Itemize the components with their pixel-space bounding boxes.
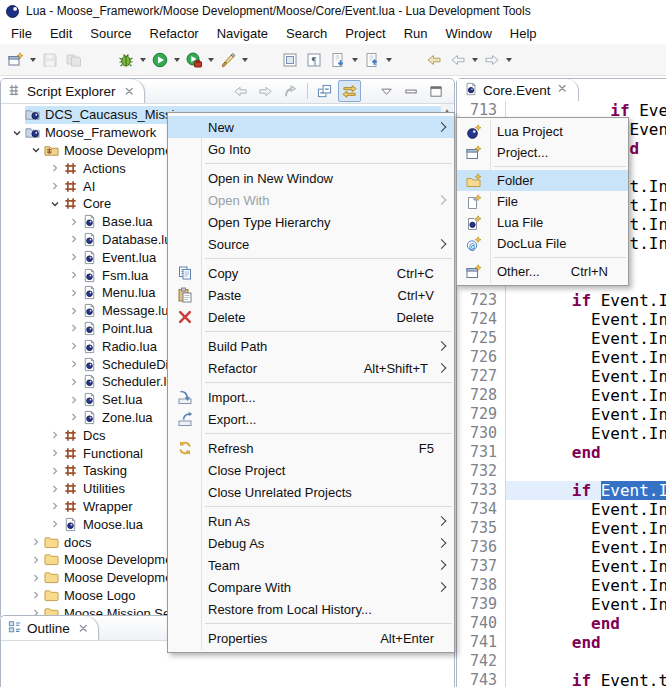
code-line-725[interactable]: 725 Event.In — [457, 329, 666, 348]
menu-item-import[interactable]: Import... — [168, 386, 454, 408]
menu-item-source[interactable]: Source — [168, 233, 454, 255]
view-menu-icon[interactable] — [375, 80, 398, 102]
menubar-item-help[interactable]: Help — [501, 24, 546, 43]
expander-closed-icon[interactable] — [46, 178, 63, 194]
tab-outline[interactable]: Outline — [1, 616, 99, 640]
debug-dropdown-caret[interactable] — [138, 48, 148, 72]
expander-closed-icon[interactable] — [46, 427, 63, 443]
forward-icon[interactable] — [480, 48, 504, 72]
expander-closed-icon[interactable] — [27, 587, 44, 603]
menu-item-folder[interactable]: Folder — [457, 170, 628, 191]
menubar-item-refactor[interactable]: Refactor — [141, 24, 208, 43]
open-element-icon[interactable] — [278, 48, 302, 72]
tab-script-explorer[interactable]: Script Explorer — [1, 79, 145, 103]
tab-core-event[interactable]: Core.Event — [458, 79, 579, 101]
nav-back-icon[interactable] — [229, 80, 252, 102]
minimize-icon[interactable] — [400, 80, 423, 102]
expander-closed-icon[interactable] — [65, 356, 82, 372]
expander-closed-icon[interactable] — [65, 338, 82, 354]
expander-closed-icon[interactable] — [46, 498, 63, 514]
menu-item-lua-file[interactable]: Lua File — [457, 212, 628, 233]
menu-item-other[interactable]: Other...Ctrl+N — [457, 261, 628, 282]
expander-closed-icon[interactable] — [65, 374, 82, 390]
run-dropdown-caret[interactable] — [172, 48, 182, 72]
menu-item-run-as[interactable]: Run As — [168, 510, 454, 532]
code-line-729[interactable]: 729 Event.In — [457, 405, 666, 424]
code-line-731[interactable]: 731 end — [457, 443, 666, 462]
code-line-738[interactable]: 738 Event.In — [457, 576, 666, 595]
menu-item-debug-as[interactable]: Debug As — [168, 532, 454, 554]
code-line-739[interactable]: 739 Event.In — [457, 595, 666, 614]
code-line-732[interactable]: 732 — [457, 462, 666, 481]
new-wizard-icon[interactable] — [4, 48, 28, 72]
menubar-item-edit[interactable]: Edit — [41, 24, 81, 43]
expander-closed-icon[interactable] — [65, 231, 82, 247]
menu-item-go-into[interactable]: Go Into — [168, 138, 454, 160]
code-line-724[interactable]: 724 Event.In — [457, 310, 666, 329]
menu-item-lua-project[interactable]: Lua Project — [457, 121, 628, 142]
new-wizard-dropdown-caret[interactable] — [28, 48, 38, 72]
code-line-728[interactable]: 728 Event.In — [457, 386, 666, 405]
menubar-item-run[interactable]: Run — [395, 24, 437, 43]
code-line-736[interactable]: 736 Event.In — [457, 538, 666, 557]
menu-item-copy[interactable]: CopyCtrl+C — [168, 262, 454, 284]
expander-closed-icon[interactable] — [46, 481, 63, 497]
menu-item-paste[interactable]: PasteCtrl+V — [168, 284, 454, 306]
code-line-730[interactable]: 730 Event.In — [457, 424, 666, 443]
expander-closed-icon[interactable] — [27, 552, 44, 568]
code-line-742[interactable]: 742 — [457, 652, 666, 671]
expander-closed-icon[interactable] — [65, 267, 82, 283]
last-edit-location-icon[interactable] — [422, 48, 446, 72]
menubar-item-search[interactable]: Search — [277, 24, 336, 43]
expander-closed-icon[interactable] — [46, 463, 63, 479]
menu-item-compare-with[interactable]: Compare With — [168, 576, 454, 598]
previous-annotation-dropdown-caret[interactable] — [384, 48, 394, 72]
menubar-item-project[interactable]: Project — [336, 24, 394, 43]
external-tools-dropdown-caret[interactable] — [240, 48, 250, 72]
code-line-727[interactable]: 727 Event.In — [457, 367, 666, 386]
expander-closed-icon[interactable] — [46, 516, 63, 532]
expander-closed-icon[interactable] — [46, 445, 63, 461]
expander-closed-icon[interactable] — [27, 570, 44, 586]
link-editor-icon[interactable] — [338, 80, 361, 102]
menu-item-refactor[interactable]: RefactorAlt+Shift+T — [168, 357, 454, 379]
code-line-734[interactable]: 734 Event.In — [457, 500, 666, 519]
expander-closed-icon[interactable] — [65, 320, 82, 336]
nav-forward-icon[interactable] — [254, 80, 277, 102]
expander-closed-icon[interactable] — [46, 160, 63, 176]
nav-up-icon[interactable] — [279, 80, 302, 102]
next-annotation-dropdown-caret[interactable] — [350, 48, 360, 72]
expander-open-icon[interactable] — [46, 196, 63, 212]
menu-item-refresh[interactable]: RefreshF5 — [168, 437, 454, 459]
menubar-item-source[interactable]: Source — [81, 24, 140, 43]
code-line-726[interactable]: 726 Event.In — [457, 348, 666, 367]
code-line-737[interactable]: 737 Event.In — [457, 557, 666, 576]
forward-dropdown-caret[interactable] — [504, 48, 514, 72]
run-last-dropdown-caret[interactable] — [206, 48, 216, 72]
menu-item-open-in-new-window[interactable]: Open in New Window — [168, 167, 454, 189]
code-line-740[interactable]: 740 end — [457, 614, 666, 633]
menu-item-build-path[interactable]: Build Path — [168, 335, 454, 357]
code-line-723[interactable]: 723 if Event.I — [457, 291, 666, 310]
code-line-741[interactable]: 741 end — [457, 633, 666, 652]
code-line-735[interactable]: 735 Event.In — [457, 519, 666, 538]
code-line-743[interactable]: 743 if Event.ta — [457, 671, 666, 687]
menubar-item-file[interactable]: File — [2, 24, 41, 43]
run-icon[interactable] — [148, 48, 172, 72]
close-icon[interactable] — [123, 85, 136, 98]
expander-closed-icon[interactable] — [65, 392, 82, 408]
menu-item-close-project[interactable]: Close Project — [168, 459, 454, 481]
expander-closed-icon[interactable] — [27, 534, 44, 550]
menu-item-export[interactable]: Export... — [168, 408, 454, 430]
next-annotation-icon[interactable] — [326, 48, 350, 72]
run-last-icon[interactable] — [182, 48, 206, 72]
menu-item-restore-from-local-history[interactable]: Restore from Local History... — [168, 598, 454, 620]
back-icon[interactable] — [446, 48, 470, 72]
menubar-item-window[interactable]: Window — [437, 24, 501, 43]
menubar-item-navigate[interactable]: Navigate — [208, 24, 277, 43]
debug-icon[interactable] — [114, 48, 138, 72]
menu-item-delete[interactable]: DeleteDelete — [168, 306, 454, 328]
external-tools-icon[interactable] — [216, 48, 240, 72]
expander-closed-icon[interactable] — [65, 409, 82, 425]
expander-open-icon[interactable] — [27, 142, 44, 158]
